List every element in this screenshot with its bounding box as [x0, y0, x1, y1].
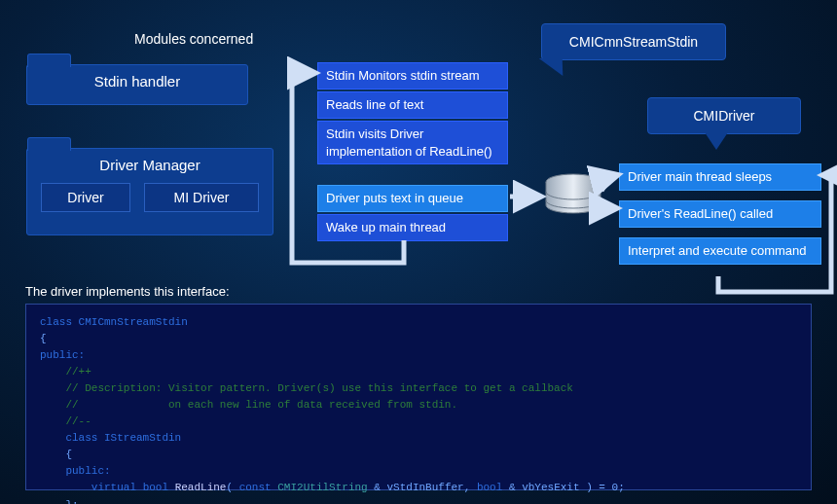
code-line: class CMICmnStreamStdin — [40, 316, 188, 328]
callout-cmidriver: CMIDriver — [647, 97, 801, 134]
modules-concerned-label: Modules concerned — [134, 31, 253, 47]
database-icon — [543, 173, 603, 220]
code-line: //-- — [40, 415, 91, 427]
box-wake-up-thread: Wake up main thread — [317, 214, 508, 241]
callout-cmicmnstreamstdin: CMICmnStreamStdin — [541, 23, 726, 60]
box-interpret-execute: Interpret and execute command — [619, 237, 821, 265]
folder-stdin-handler-title: Stdin handler — [27, 65, 247, 99]
code-line: { — [40, 449, 72, 460]
box-reads-line: Reads line of text — [317, 91, 508, 119]
folder-driver-manager: Driver Manager Driver MI Driver — [26, 148, 273, 235]
code-line: // on each new line of data received fro… — [40, 399, 457, 411]
callout-tail-icon — [705, 132, 728, 150]
code-panel: class CMICmnStreamStdin { public: //++ /… — [25, 304, 812, 490]
code-line: }; — [40, 499, 79, 504]
box-stdin-monitors: Stdin Monitors stdin stream — [317, 62, 508, 90]
box-puts-text-queue: Driver puts text in queue — [317, 185, 508, 212]
code-line: // Description: Visitor pattern. Driver(… — [40, 382, 573, 394]
code-line: { — [40, 333, 47, 344]
folder-stdin-handler: Stdin handler — [26, 64, 248, 105]
code-line: //++ — [40, 366, 91, 378]
box-readline-called: Driver's ReadLine() called — [619, 200, 821, 228]
code-line: virtual bool ReadLine( const CMI2UtilStr… — [40, 482, 625, 493]
box-driver: Driver — [41, 183, 130, 212]
code-line: class IStreamStdin — [40, 432, 181, 444]
code-line: public: — [40, 349, 85, 361]
callout-tail-icon — [539, 58, 575, 76]
box-stdin-visits: Stdin visits Driver implementation of Re… — [317, 121, 508, 164]
box-mi-driver: MI Driver — [144, 183, 259, 212]
folder-driver-manager-title: Driver Manager — [37, 149, 263, 183]
folder-tab-icon — [27, 137, 71, 151]
box-main-thread-sleeps: Driver main thread sleeps — [619, 163, 821, 191]
folder-tab-icon — [27, 54, 71, 67]
interface-label: The driver implements this interface: — [25, 284, 230, 299]
code-line: public: — [40, 465, 111, 477]
